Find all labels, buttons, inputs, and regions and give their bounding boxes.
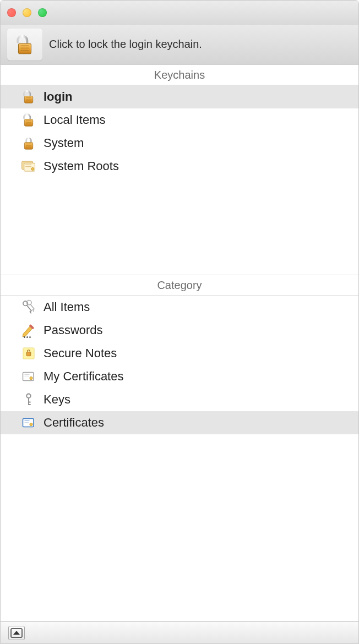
- category-item-label: Certificates: [43, 416, 353, 430]
- keychain-item-label: login: [43, 90, 353, 104]
- keychain-item-system[interactable]: System: [1, 132, 358, 155]
- category-header: Category: [1, 275, 358, 296]
- show-hide-detail-button[interactable]: [8, 626, 25, 640]
- padlock-closed-icon: [20, 135, 37, 151]
- padlock-open-icon: [20, 89, 37, 105]
- category-item-label: Passwords: [43, 323, 353, 337]
- traffic-lights: [7, 8, 47, 17]
- category-item-my-certificates[interactable]: My Certificates: [1, 365, 358, 388]
- secure-note-icon: [20, 345, 37, 362]
- minimize-window-button[interactable]: [23, 8, 31, 17]
- keys-icon: [20, 299, 37, 315]
- keychain-item-label: System: [43, 136, 353, 150]
- category-item-label: All Items: [43, 300, 353, 314]
- keychains-header: Keychains: [1, 64, 358, 85]
- category-item-secure-notes[interactable]: Secure Notes: [1, 342, 358, 365]
- padlock-open-icon: [20, 112, 37, 128]
- zoom-window-button[interactable]: [38, 8, 47, 17]
- single-key-icon: [20, 391, 37, 408]
- category-item-keys[interactable]: Keys: [1, 388, 358, 411]
- padlock-open-icon: [14, 33, 36, 56]
- keychain-item-login[interactable]: login: [1, 85, 358, 108]
- certificate-blue-icon: [20, 414, 37, 431]
- close-window-button[interactable]: [7, 8, 16, 17]
- category-item-label: Secure Notes: [43, 346, 353, 361]
- category-item-label: My Certificates: [43, 369, 353, 384]
- certificate-icon: [20, 368, 37, 385]
- keychains-list: login Local Items System System Roots: [1, 85, 358, 275]
- category-item-all-items[interactable]: All Items: [1, 296, 358, 319]
- keychain-item-label: Local Items: [43, 113, 353, 127]
- certificate-stack-icon: [20, 158, 37, 174]
- triangle-up-icon: [10, 627, 23, 638]
- keychain-item-label: System Roots: [43, 159, 353, 173]
- category-item-certificates[interactable]: Certificates: [1, 411, 358, 434]
- keychain-access-window: Click to lock the login keychain. Keycha…: [0, 0, 359, 644]
- pencil-dots-icon: [20, 322, 37, 339]
- toolbar: Click to lock the login keychain.: [1, 25, 358, 64]
- category-item-label: Keys: [43, 392, 353, 407]
- footer-bar: [1, 621, 358, 643]
- category-item-passwords[interactable]: Passwords: [1, 319, 358, 342]
- keychain-item-local-items[interactable]: Local Items: [1, 108, 358, 132]
- category-list: All Items Passwords Secure Notes My Cert…: [1, 296, 358, 621]
- titlebar[interactable]: [1, 1, 358, 25]
- lock-hint-label: Click to lock the login keychain.: [49, 38, 202, 51]
- lock-keychain-button[interactable]: [7, 29, 42, 61]
- keychain-item-system-roots[interactable]: System Roots: [1, 155, 358, 178]
